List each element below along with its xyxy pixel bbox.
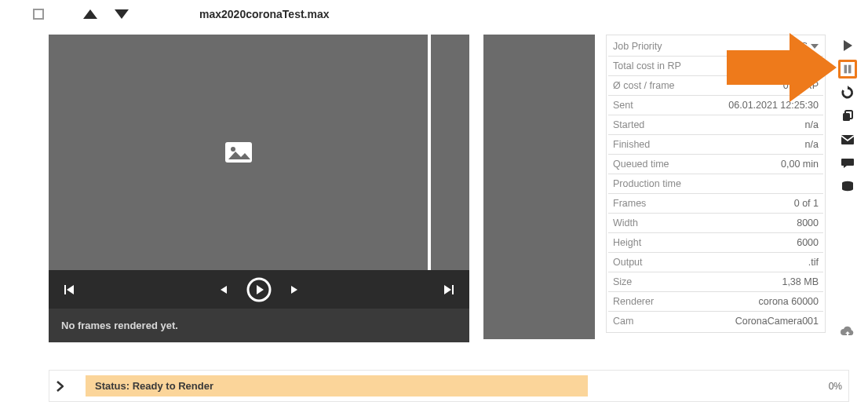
info-label: Total cost in RP [613,60,681,71]
preview-canvas[interactable] [49,35,428,270]
move-up-icon[interactable] [83,9,97,19]
svg-rect-11 [727,50,790,85]
info-value: n/a [805,139,819,150]
player-center-group [218,277,300,302]
svg-rect-7 [843,113,850,121]
info-label: Cam [613,316,633,327]
info-label: Job Priority [613,41,662,52]
info-row: Output.tif [608,253,823,272]
svg-rect-6 [848,65,852,74]
restart-job-icon[interactable] [838,83,857,102]
move-down-icon[interactable] [115,9,129,19]
info-row: CamCoronaCamera001 [608,312,823,331]
skip-first-icon[interactable] [63,283,75,296]
info-row: Queued time0,00 min [608,155,823,174]
info-value: n/a [805,119,819,130]
secondary-panel[interactable] [483,35,595,339]
info-row: Frames0 of 1 [608,194,823,214]
prev-icon[interactable] [218,284,229,295]
footer-status-bar: Status: Ready to Render 0% [49,370,849,402]
header-bar: max2020coronaTest.max [0,0,868,35]
info-label: Width [613,217,638,228]
preview-column: No frames rendered yet. [49,35,469,342]
next-icon[interactable] [289,284,300,295]
copy-job-icon[interactable] [838,107,857,126]
info-row: Finishedn/a [608,135,823,155]
info-label: Queued time [613,159,669,170]
preview-area [49,35,469,270]
select-checkbox[interactable] [33,9,44,20]
start-job-icon[interactable] [838,36,857,55]
player-controls [49,270,469,309]
svg-rect-4 [452,285,454,294]
chat-job-icon[interactable] [838,154,857,173]
info-row: Renderercorona 60000 [608,292,823,312]
info-value: corona 60000 [759,296,819,307]
skip-last-icon[interactable] [443,283,455,296]
info-label: Sent [613,100,633,111]
info-value: 0,00 min [781,159,819,170]
info-label: Output [613,257,643,268]
archive-job-icon[interactable] [838,177,857,196]
info-value: 8000 [797,217,819,228]
info-value: 1,38 MB [782,276,819,287]
pause-job-icon[interactable] [838,60,857,79]
info-value: CoronaCamera001 [735,316,819,327]
nav-arrows [83,9,129,19]
status-banner: Status: Ready to Render [86,375,588,397]
info-label: Size [613,276,632,287]
info-value: 0 of 1 [794,198,819,209]
mail-job-icon[interactable] [838,130,857,149]
svg-rect-2 [64,285,66,294]
info-label: Finished [613,139,650,150]
info-row: Startedn/a [608,115,823,135]
info-label: Ø cost / frame [613,80,675,91]
main-content: No frames rendered yet. Job PrioritySTot… [0,35,868,342]
svg-point-1 [231,147,235,152]
info-label: Frames [613,198,646,209]
info-label: Renderer [613,296,654,307]
info-label: Height [613,237,641,248]
image-placeholder-icon [225,142,252,163]
info-row: Size1,38 MB [608,272,823,292]
job-action-toolbar [838,35,857,342]
play-icon[interactable] [246,277,272,302]
svg-rect-5 [844,65,848,74]
preview-status: No frames rendered yet. [49,309,469,342]
callout-arrow-icon [727,33,837,102]
info-label: Started [613,119,644,130]
info-value: .tif [808,257,819,268]
info-row: Width8000 [608,214,823,233]
info-row: Production time [608,174,823,194]
info-row: Height6000 [608,233,823,253]
svg-rect-0 [225,142,252,163]
expand-status-icon[interactable] [56,381,64,392]
preview-strip[interactable] [431,35,469,270]
progress-percent: 0% [829,381,842,392]
info-label: Production time [613,178,681,189]
info-value: 6000 [797,237,819,248]
job-filename: max2020coronaTest.max [199,8,330,20]
upload-job-icon[interactable] [838,323,857,342]
